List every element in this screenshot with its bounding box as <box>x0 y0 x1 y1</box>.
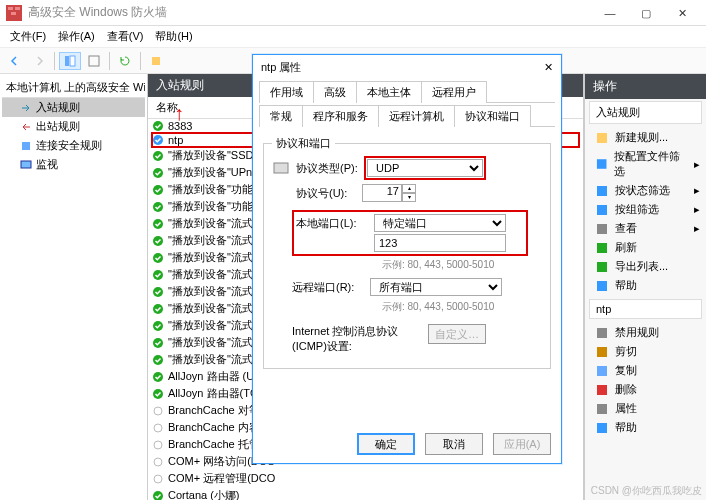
action-label: 剪切 <box>615 344 637 359</box>
cancel-button[interactable]: 取消 <box>425 433 483 455</box>
action-label: 删除 <box>615 382 637 397</box>
minimize-button[interactable]: — <box>592 2 628 24</box>
actions-section-inbound: 入站规则 <box>589 101 702 124</box>
tab-远程计算机[interactable]: 远程计算机 <box>378 105 455 127</box>
example-text-2: 示例: 80, 443, 5000-5010 <box>272 300 542 314</box>
rule-row[interactable]: Cortana (小娜) <box>152 487 579 500</box>
spin-down[interactable]: ▾ <box>402 193 416 202</box>
menu-help[interactable]: 帮助(H) <box>149 29 198 44</box>
ok-button[interactable]: 确定 <box>357 433 415 455</box>
actions-section-ntp: ntp <box>589 299 702 319</box>
tree-label: 连接安全规则 <box>36 138 102 153</box>
tree-item-outbound[interactable]: 出站规则 <box>2 117 145 136</box>
tree-item-connection[interactable]: 连接安全规则 <box>2 136 145 155</box>
tab-远程用户[interactable]: 远程用户 <box>421 81 487 103</box>
svg-rect-45 <box>597 347 607 357</box>
copy-icon <box>595 364 609 378</box>
action-label: 按状态筛选 <box>615 183 670 198</box>
filter-icon <box>595 203 609 217</box>
svg-point-12 <box>153 151 163 161</box>
tab-高级[interactable]: 高级 <box>313 81 357 103</box>
tree-item-monitor[interactable]: 监视 <box>2 155 145 174</box>
local-port-select[interactable]: 特定端口 <box>374 214 506 232</box>
filter-icon <box>595 184 609 198</box>
filter-icon <box>595 157 608 171</box>
action-disable[interactable]: 禁用规则 <box>585 323 706 342</box>
tree-item-inbound[interactable]: 入站规则 <box>2 98 145 117</box>
remote-port-select[interactable]: 所有端口 <box>370 278 502 296</box>
menu-file[interactable]: 文件(F) <box>4 29 52 44</box>
export-icon <box>595 260 609 274</box>
action-refresh[interactable]: 刷新 <box>585 238 706 257</box>
action-filter[interactable]: 按组筛选▸ <box>585 200 706 219</box>
action-view[interactable]: 查看▸ <box>585 219 706 238</box>
local-port-input[interactable] <box>374 234 506 252</box>
svg-rect-39 <box>597 205 607 215</box>
action-filter[interactable]: 按状态筛选▸ <box>585 181 706 200</box>
svg-rect-44 <box>597 328 607 338</box>
svg-rect-42 <box>597 262 607 272</box>
action-copy[interactable]: 复制 <box>585 361 706 380</box>
group-label: 协议和端口 <box>272 136 335 151</box>
action-label: 属性 <box>615 401 637 416</box>
svg-point-22 <box>153 321 163 331</box>
rule-name: COM+ 远程管理(DCO <box>168 471 579 486</box>
apply-button[interactable]: 应用(A) <box>493 433 551 455</box>
svg-rect-36 <box>597 133 607 143</box>
tab-程序和服务[interactable]: 程序和服务 <box>302 105 379 127</box>
tab-协议和端口[interactable]: 协议和端口 <box>454 105 531 127</box>
menu-view[interactable]: 查看(V) <box>101 29 150 44</box>
toolbar-icon-2[interactable] <box>83 51 105 71</box>
spin-up[interactable]: ▴ <box>402 184 416 193</box>
action-help[interactable]: 帮助 <box>585 418 706 437</box>
svg-rect-50 <box>274 163 288 173</box>
menu-action[interactable]: 操作(A) <box>52 29 101 44</box>
svg-rect-46 <box>597 366 607 376</box>
action-export[interactable]: 导出列表... <box>585 257 706 276</box>
action-new[interactable]: 新建规则... <box>585 128 706 147</box>
chevron-right-icon: ▸ <box>694 203 700 216</box>
back-button[interactable] <box>4 51 26 71</box>
tab-作用域[interactable]: 作用域 <box>259 81 314 103</box>
svg-rect-3 <box>11 12 16 15</box>
svg-point-30 <box>154 458 162 466</box>
action-label: 新建规则... <box>615 130 668 145</box>
properties-dialog: ntp 属性 ✕ 作用域高级本地主体远程用户 常规程序和服务远程计算机协议和端口… <box>252 54 562 464</box>
rule-row[interactable]: COM+ 远程管理(DCO <box>152 470 579 487</box>
icmp-label: Internet 控制消息协议(ICMP)设置: <box>292 324 422 354</box>
svg-rect-38 <box>597 186 607 196</box>
new-icon <box>595 131 609 145</box>
toolbar-icon-3[interactable] <box>145 51 167 71</box>
example-text-1: 示例: 80, 443, 5000-5010 <box>272 258 542 272</box>
maximize-button[interactable]: ▢ <box>628 2 664 24</box>
action-delete[interactable]: 删除 <box>585 380 706 399</box>
svg-point-29 <box>154 441 162 449</box>
inbound-icon <box>20 102 32 114</box>
svg-rect-43 <box>597 281 607 291</box>
action-props[interactable]: 属性 <box>585 399 706 418</box>
props-icon <box>595 402 609 416</box>
svg-point-16 <box>153 219 163 229</box>
svg-rect-9 <box>21 161 31 168</box>
action-filter[interactable]: 按配置文件筛选▸ <box>585 147 706 181</box>
svg-rect-41 <box>597 243 607 253</box>
firewall-icon <box>6 5 22 21</box>
title-bar: 高级安全 Windows 防火墙 — ▢ ✕ <box>0 0 706 26</box>
action-help[interactable]: 帮助 <box>585 276 706 295</box>
tree-label: 入站规则 <box>36 100 80 115</box>
action-cut[interactable]: 剪切 <box>585 342 706 361</box>
tab-常规[interactable]: 常规 <box>259 105 303 127</box>
svg-rect-5 <box>70 56 75 66</box>
dialog-title: ntp 属性 <box>261 60 301 75</box>
forward-button[interactable] <box>28 51 50 71</box>
dialog-close-button[interactable]: ✕ <box>544 61 553 74</box>
protocol-type-select[interactable]: UDP <box>367 159 483 177</box>
close-button[interactable]: ✕ <box>664 2 700 24</box>
svg-rect-2 <box>15 7 20 10</box>
toolbar-icon-1[interactable] <box>59 52 81 70</box>
view-icon <box>595 222 609 236</box>
protocol-number-spinner[interactable]: 17 ▴▾ <box>362 184 416 202</box>
tab-本地主体[interactable]: 本地主体 <box>356 81 422 103</box>
refresh-button[interactable] <box>114 51 136 71</box>
svg-point-25 <box>153 372 163 382</box>
